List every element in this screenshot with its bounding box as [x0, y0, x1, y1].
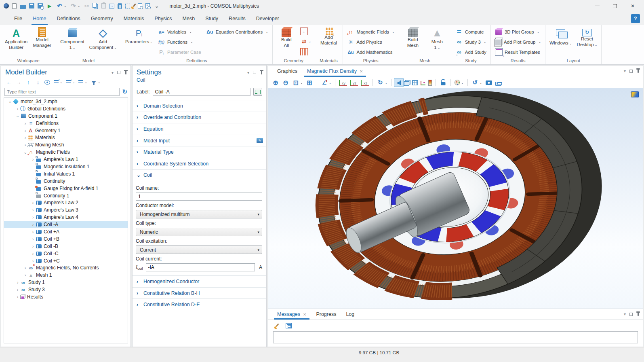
expander-expanded-icon[interactable]: ⌄: [7, 99, 13, 104]
add-plot-group-button[interactable]: Add Plot Group⌄: [493, 37, 543, 47]
expander-collapsed-icon[interactable]: ›: [30, 229, 36, 234]
move-down-button[interactable]: [34, 78, 42, 86]
tab-progress[interactable]: Progress: [311, 309, 341, 320]
expander-collapsed-icon[interactable]: ›: [30, 244, 36, 249]
expander-collapsed-icon[interactable]: ›: [15, 287, 20, 292]
section-domain-selection[interactable]: ›Domain Selection: [133, 100, 266, 112]
coil-current-input[interactable]: [146, 263, 255, 271]
close-tab-icon[interactable]: ✕: [360, 69, 363, 74]
expand-all-button[interactable]: ⌄: [65, 78, 76, 86]
undo-button[interactable]: ⌄: [55, 2, 68, 10]
menu-definitions[interactable]: Definitions: [52, 12, 86, 25]
transparency-button[interactable]: [404, 79, 410, 87]
result-templates-button[interactable]: Result Templates: [493, 47, 543, 57]
clear-selection-button[interactable]: [132, 2, 136, 9]
section-coordinate-system-selection[interactable]: ›Coordinate System Selection: [133, 158, 266, 169]
tree-item-coil-b[interactable]: ›Coil -B: [4, 243, 128, 250]
tree-item-coil-a[interactable]: ›Coil +A: [4, 228, 128, 235]
application-builder-button[interactable]: ApplicationBuilder: [3, 26, 29, 51]
expander-collapsed-icon[interactable]: ›: [30, 157, 36, 162]
expander-collapsed-icon[interactable]: ›: [15, 280, 20, 285]
windows-button[interactable]: Windows⌄: [548, 26, 573, 47]
zoom-out-button[interactable]: [281, 78, 290, 87]
close-button[interactable]: ✕: [624, 0, 642, 12]
open-button[interactable]: [19, 2, 27, 10]
view-xy-button[interactable]: [338, 78, 348, 87]
snapshot-button[interactable]: [484, 78, 494, 87]
toolbar-overflow-button[interactable]: [152, 2, 161, 10]
expander-collapsed-icon[interactable]: ›: [30, 237, 36, 241]
messages-output[interactable]: [273, 331, 638, 343]
find-button[interactable]: [137, 2, 143, 9]
tree-item-global-definitions[interactable]: ›Global Definitions: [4, 105, 128, 112]
axis-orientation-button[interactable]: [419, 79, 427, 86]
tab-messages[interactable]: Messages✕: [272, 309, 311, 320]
run-button[interactable]: [45, 2, 54, 10]
expander-collapsed-icon[interactable]: ›: [30, 207, 36, 212]
maximize-button[interactable]: [606, 0, 624, 12]
duplicate-button[interactable]: [108, 3, 116, 9]
expander-collapsed-icon[interactable]: ›: [23, 128, 28, 133]
filter-input[interactable]: [4, 88, 120, 96]
component-1-button[interactable]: Component1⌄: [59, 26, 86, 51]
print-button[interactable]: [494, 79, 503, 87]
menu-home[interactable]: Home: [27, 12, 51, 25]
tree-item-initial-values-1[interactable]: Initial Values 1: [4, 170, 128, 178]
tree-item-gauge-fixing-for-a-field-1[interactable]: Gauge Fixing for A-field 1: [4, 185, 128, 192]
expander-collapsed-icon[interactable]: ›: [30, 222, 36, 227]
expander-expanded-icon[interactable]: ⌄: [15, 113, 20, 119]
tree-item-amp-re-s-law-3[interactable]: ›Ampère's Law 3: [4, 206, 128, 214]
collapse-all-button[interactable]: ⌄: [52, 78, 64, 86]
tree-item-coil-a[interactable]: ›Coil -A: [4, 221, 128, 228]
new-file-button[interactable]: [11, 2, 18, 10]
build-all-button[interactable]: BuildAll: [275, 26, 298, 49]
menu-materials[interactable]: Materials: [118, 12, 149, 25]
section-constitutive-relation-b-h[interactable]: ›Constitutive Relation B-H: [133, 287, 266, 299]
clear-messages-button[interactable]: [272, 322, 281, 330]
minimize-button[interactable]: [588, 0, 606, 12]
section-homogenized-conductor[interactable]: ›Homogenized Conductor: [133, 275, 266, 287]
tree-item-coil-c[interactable]: ›Coil +C: [4, 257, 128, 265]
filter-button[interactable]: ⌄: [89, 78, 102, 86]
float-panel-icon[interactable]: [253, 71, 256, 74]
move-up-button[interactable]: [24, 78, 33, 86]
color-legend-button[interactable]: [427, 79, 433, 87]
tree-item-definitions[interactable]: ›Definitions: [4, 120, 128, 127]
conductor-model-select[interactable]: Homogenized multiturn ▾: [136, 210, 262, 218]
coil-excitation-select[interactable]: Current ▾: [136, 246, 262, 254]
section-material-type[interactable]: ›Material Type: [133, 146, 266, 158]
plot-window-icon[interactable]: [631, 91, 639, 97]
appearance-button[interactable]: ⌄: [453, 79, 465, 86]
copy-button[interactable]: [92, 4, 99, 8]
label-input[interactable]: [153, 88, 250, 96]
mesh-1-button[interactable]: Mesh1⌄: [426, 26, 448, 51]
insert-sequence-button[interactable]: [299, 26, 312, 36]
model-tree-node-text-button[interactable]: ⌄: [77, 78, 88, 86]
tree-item-motor-3d-2-mph[interactable]: ⌄motor_3d_2.mph: [4, 98, 128, 105]
expander-collapsed-icon[interactable]: ›: [23, 121, 28, 126]
study-3-button[interactable]: Study 3⌄: [454, 37, 488, 47]
expander-collapsed-icon[interactable]: ›: [30, 258, 36, 263]
add-physics-button[interactable]: Add Physics: [345, 37, 396, 47]
cut-button[interactable]: [82, 2, 91, 10]
rename-button[interactable]: [253, 88, 262, 96]
tree-item-study-1[interactable]: ›Study 1: [4, 279, 128, 286]
menu-geometry[interactable]: Geometry: [86, 12, 118, 25]
lock-button[interactable]: [438, 78, 448, 87]
coil-name-input[interactable]: [136, 193, 262, 201]
save-as-button[interactable]: [36, 2, 44, 9]
view-xz-button[interactable]: [360, 78, 370, 87]
find-in-model-button[interactable]: [144, 2, 151, 9]
tree-item-results[interactable]: ›Results: [4, 293, 128, 301]
pin-panel-icon[interactable]: [638, 312, 639, 316]
refresh-icon[interactable]: ↻: [122, 88, 127, 95]
tree-item-moving-mesh[interactable]: ›Moving Mesh: [4, 141, 128, 148]
build-mesh-button[interactable]: BuildMesh: [402, 26, 424, 49]
paste-button[interactable]: [100, 2, 107, 9]
go-forward-button[interactable]: [14, 78, 23, 86]
save-button[interactable]: [28, 2, 36, 9]
pin-panel-icon[interactable]: [638, 69, 639, 73]
tab-log[interactable]: Log: [341, 309, 359, 320]
model-manager-button[interactable]: ModelManager: [31, 26, 53, 49]
close-tab-icon[interactable]: ✕: [303, 312, 306, 317]
